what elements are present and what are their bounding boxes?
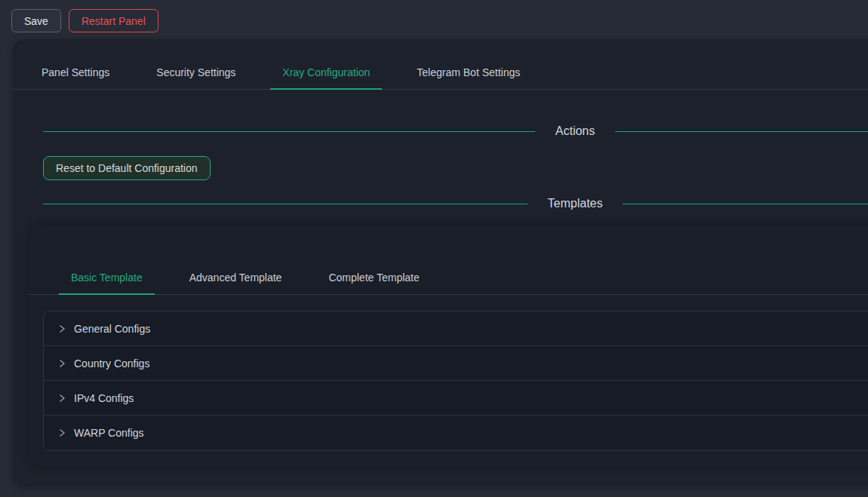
settings-card: Panel Settings Security Settings Xray Co… [13, 39, 868, 486]
tab-basic-template[interactable]: Basic Template [59, 261, 155, 294]
chevron-right-icon [57, 324, 66, 333]
save-button[interactable]: Save [11, 9, 61, 32]
templates-card: Basic Template Advanced Template Complet… [28, 225, 868, 467]
actions-divider: Actions [43, 123, 868, 140]
collapse-item-country-configs[interactable]: Country Configs [44, 346, 868, 381]
collapse-item-general-configs[interactable]: General Configs [44, 311, 868, 346]
tab-security-settings[interactable]: Security Settings [144, 56, 248, 89]
collapse-item-ipv4-configs[interactable]: IPv4 Configs [44, 381, 868, 416]
reset-default-configuration-button[interactable]: Reset to Default Configuration [43, 156, 211, 180]
tab-panel-settings[interactable]: Panel Settings [29, 56, 122, 89]
xray-configuration-panel: Actions Reset to Default Configuration T… [13, 123, 868, 212]
tab-complete-template[interactable]: Complete Template [316, 261, 431, 294]
restart-panel-button[interactable]: Restart Panel [69, 9, 159, 32]
chevron-right-icon [57, 359, 66, 368]
settings-tabbar: Panel Settings Security Settings Xray Co… [13, 39, 868, 90]
tab-advanced-template[interactable]: Advanced Template [177, 261, 294, 294]
collapse-item-label: General Configs [74, 323, 150, 335]
tab-telegram-bot-settings[interactable]: Telegram Bot Settings [405, 56, 532, 89]
collapse-item-label: Country Configs [74, 357, 149, 370]
collapse-item-label: WARP Configs [74, 427, 144, 439]
collapse-item-warp-configs[interactable]: WARP Configs [44, 416, 868, 450]
collapse-item-label: IPv4 Configs [74, 392, 134, 404]
actions-divider-label: Actions [556, 123, 595, 140]
tab-xray-configuration[interactable]: Xray Configuration [270, 56, 382, 89]
chevron-right-icon [57, 428, 66, 437]
top-action-bar: Save Restart Panel [0, 0, 868, 39]
templates-divider: Templates [43, 195, 868, 212]
configs-collapse-list: General Configs Country Configs IPv4 Con… [43, 311, 868, 451]
chevron-right-icon [57, 394, 66, 403]
templates-tabbar: Basic Template Advanced Template Complet… [28, 225, 868, 295]
templates-divider-label: Templates [548, 195, 603, 212]
